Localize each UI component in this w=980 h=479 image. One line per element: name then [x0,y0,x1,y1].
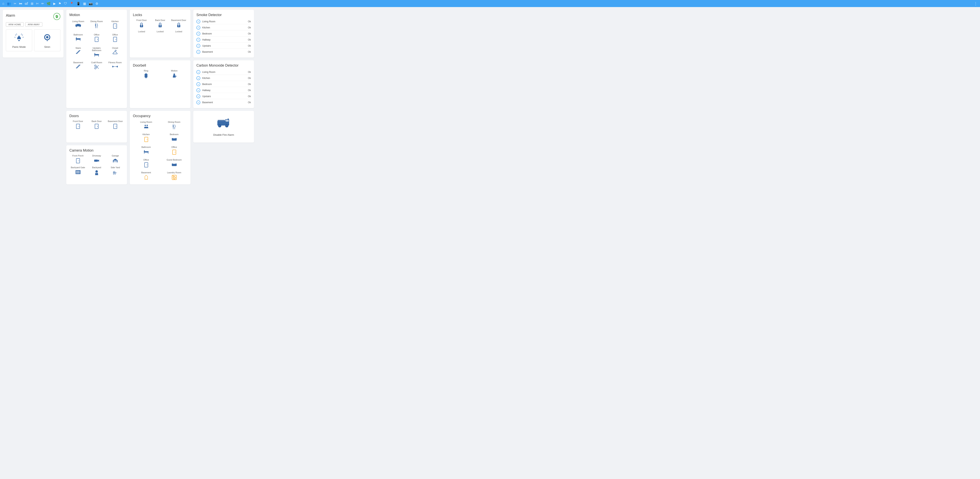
motion-upstairs-bathroom[interactable]: Upstairs Bathroom [88,46,105,59]
home-icon[interactable]: ⌂ [2,2,4,5]
motion-office-2[interactable]: Office [106,32,124,44]
camera-driveway[interactable]: Driveway [88,154,105,165]
door-basement[interactable]: Basement Door [107,120,124,130]
svg-rect-11 [47,40,48,41]
garage-camera-icon [112,158,118,164]
siren-box[interactable]: Siren [34,29,60,51]
svg-rect-97 [172,163,173,165]
motion-bathroom[interactable]: Bathroom [69,32,87,44]
occupancy-office-2[interactable]: Office [133,158,159,169]
svg-rect-107 [226,120,229,122]
occupancy-office-1[interactable]: Office [161,145,188,156]
occupancy-basement[interactable]: Basement [133,171,159,181]
pencil-icon[interactable]: ✏ [41,2,44,5]
stairs-icon [75,50,81,56]
lock-basement-door[interactable]: Basement Door Locked [170,19,188,33]
more-menu-icon[interactable]: ⋮ [974,1,978,6]
doorbell-motion[interactable]: Motion [161,70,188,80]
panic-mode-box[interactable]: Panic Mode [6,29,32,51]
smoke-bedroom: ● Bedroom Ok [196,31,251,36]
occupancy-bedroom-icon [172,137,177,141]
pin-icon[interactable]: 📍 [70,2,74,5]
scissors-icon[interactable]: ✄ [36,2,38,5]
motion-basement[interactable]: Basement [69,60,87,72]
motion-fitness-room[interactable]: Fitness Room [106,60,124,72]
motion-kitchen[interactable]: Kitchen [106,19,124,31]
doorbell-grid: Ring Motion [133,70,188,80]
occupancy-bedroom[interactable]: Bedroom [161,132,188,144]
doorbell-ring[interactable]: Ring [133,70,159,80]
alarm-modes: Panic Mode Siren [6,29,60,51]
layers-icon[interactable]: ⊞ [31,2,33,5]
svg-rect-87 [172,138,173,140]
motion-closet[interactable]: Closet [106,46,124,59]
arm-away-button[interactable]: ARM AWAY [25,22,43,27]
svg-point-103 [173,177,175,178]
camera-side-yard[interactable]: Side Yard [107,166,124,176]
play-icon[interactable]: ▶ [53,2,56,5]
sofa-icon[interactable]: 🛋 [25,2,28,5]
camera-garage[interactable]: Garage [107,154,124,165]
motion-office-1[interactable]: Office [88,32,105,44]
occupancy-bathroom-icon [143,149,149,154]
people-icon[interactable]: 👥 [7,2,11,5]
svg-rect-27 [95,37,98,42]
lock-back-door[interactable]: Back Door Locked [151,19,169,33]
svg-point-43 [78,126,79,127]
motion-stairs[interactable]: Stairs [69,46,87,59]
backyard-gate-icon [75,170,81,176]
occupancy-kitchen[interactable]: Kitchen [133,132,159,144]
top-navigation: ⌂ 👥 ✂ 🛏 🛋 ⊞ ✄ ✏ 🌿 ▶ ⚑ 🛡 📍 📱 ▦ 📷 ⚙ ⋮ [0,0,980,7]
smoke-living-room: ● Living Room Ok [196,19,251,24]
gear-nav-icon[interactable]: ⚙ [95,2,98,5]
flag-icon[interactable]: ⚑ [59,2,61,5]
panic-mode-icon [14,32,24,44]
lock-front-door[interactable]: Front Door Locked [133,19,150,33]
carbon-living-room: ● Living Room Ok [196,70,251,75]
locks-card: Locks Front Door Locked Back Door [130,10,191,57]
occupancy-dining-room[interactable]: Dining Room [161,120,188,131]
fire-alarm-card[interactable]: Disable Fire Alarm [193,111,254,143]
door-frame-icon [94,36,99,43]
camera-backyard[interactable]: Backyard [88,166,105,176]
arm-home-button[interactable]: ARM HOME [6,22,24,27]
occupancy-grid: Living Room Dining Room [133,120,188,181]
door-back[interactable]: Back Door [88,120,105,130]
motion-craft-room[interactable]: Craft Room [88,60,105,72]
grid-icon[interactable]: ▦ [83,2,86,5]
svg-rect-44 [95,124,98,128]
door-front[interactable]: Front Door [69,120,86,130]
occupancy-guest-bed-icon [172,162,177,167]
motion-dining-room[interactable]: Dining Room [88,19,105,31]
svg-point-95 [146,165,147,165]
occupancy-guest-bedroom[interactable]: Guest Bedroom [161,158,188,169]
occupancy-living-room[interactable]: Living Room [133,120,159,131]
doorbell-motion-icon [172,73,177,80]
camera-backyard-gate[interactable]: Backyard Gate [69,166,86,176]
bed-icon[interactable]: 🛏 [19,2,22,5]
camera-front-porch[interactable]: Front Porch [69,154,86,165]
svg-rect-84 [145,137,148,142]
smoke-detector-list: ● Living Room Ok ● Kitchen Ok ● Bedroom … [196,19,251,54]
carbon-hallway: ● Hallway Ok [196,88,251,93]
tools-icon[interactable]: ✂ [14,2,16,5]
cutlery-icon [94,23,99,30]
svg-rect-63 [80,170,80,174]
shield-nav-icon[interactable]: 🛡 [64,2,67,5]
device-icon[interactable]: 📱 [76,2,80,5]
svg-point-0 [18,40,20,41]
occupancy-bathroom[interactable]: Bathroom [133,145,159,156]
svg-rect-51 [114,160,117,162]
svg-rect-16 [80,27,80,27]
svg-rect-22 [113,24,117,29]
svg-rect-119 [228,119,229,119]
occupancy-laundry-room[interactable]: Laundry Room [161,171,188,181]
leaf-icon[interactable]: 🌿 [47,2,51,5]
stairs2-icon [75,64,81,70]
camera-nav-icon[interactable]: 📷 [89,2,93,5]
carbon-monoxide-list: ● Living Room Ok ● Kitchen Ok ● Bedroom … [196,70,251,105]
motion-living-room[interactable]: Living Room [69,19,87,31]
svg-rect-29 [113,37,117,42]
svg-rect-91 [144,150,145,152]
bath-icon [75,36,81,42]
